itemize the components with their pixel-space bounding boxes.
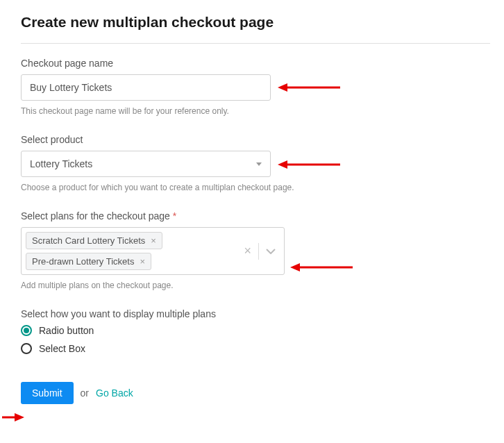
chevron-down-icon[interactable] [266,249,276,254]
select-product-helper: Choose a product for which you want to c… [21,181,299,194]
radio-label: Select Box [39,343,85,354]
select-product-dropdown[interactable]: Lottery Tickets [21,151,271,177]
checkout-name-helper: This checkout page name will be for your… [21,105,299,117]
control-divider [258,243,259,260]
remove-tag-icon[interactable]: × [151,235,156,246]
submit-button[interactable]: Submit [21,382,74,404]
arrow-annotation-icon [2,412,24,422]
display-mode-group: Select how you want to display multiple … [21,308,490,354]
divider [21,43,490,44]
radio-icon [21,325,32,336]
checkout-name-label: Checkout page name [21,58,490,69]
select-plans-label-text: Select plans for the checkout page [21,210,173,222]
actions-row: Submit or Go Back [21,382,490,404]
select-plans-label: Select plans for the checkout page * [21,210,490,222]
required-star: * [173,210,176,222]
chevron-down-icon [256,162,262,166]
plan-tag: Scratch Card Lottery Tickets × [26,232,162,249]
select-plans-group: Select plans for the checkout page * Scr… [21,210,490,292]
multiselect-controls: × [244,228,284,274]
page-title: Create new multiplan checkout page [21,14,490,31]
radio-icon [21,343,32,354]
tags-area: Scratch Card Lottery Tickets × Pre-drawn… [22,228,244,274]
display-mode-label: Select how you want to display multiple … [21,308,490,319]
select-plans-helper: Add multiple plans on the checkout page. [21,279,299,292]
select-plans-multiselect[interactable]: Scratch Card Lottery Tickets × Pre-drawn… [21,227,285,275]
plan-tag-label: Pre-drawn Lottery Tickets [32,256,134,267]
clear-all-icon[interactable]: × [244,244,251,258]
plan-tag-label: Scratch Card Lottery Tickets [32,235,145,246]
checkout-name-group: Checkout page name This checkout page na… [21,58,490,117]
select-product-value: Lottery Tickets [30,158,92,169]
go-back-link[interactable]: Go Back [96,387,133,399]
select-product-label: Select product [21,134,490,145]
plan-tag: Pre-drawn Lottery Tickets × [26,253,151,270]
select-product-group: Select product Lottery Tickets Choose a … [21,134,490,194]
checkout-name-input[interactable] [21,74,271,101]
radio-label: Radio button [39,325,94,336]
remove-tag-icon[interactable]: × [140,256,145,267]
or-text: or [81,387,89,399]
radio-option-radio-button[interactable]: Radio button [21,325,490,336]
radio-option-select-box[interactable]: Select Box [21,343,490,354]
svg-marker-7 [15,413,24,421]
